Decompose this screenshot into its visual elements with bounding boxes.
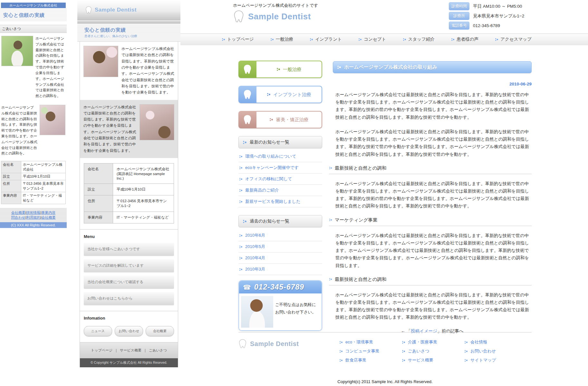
news-link-new-service[interactable]: 新規サービスを開始しました [245, 199, 300, 204]
list-item: サービス概要 [402, 357, 464, 363]
archive-link-2010-04[interactable]: 2010年4月 [245, 255, 265, 261]
article-date: 2010-06-29 [333, 82, 532, 86]
news-link-eco-campaign[interactable]: ecoキャンペーン開催中です [245, 165, 299, 171]
mobile-footer-links-row1: 会社概要|技術情報|事業内容 [3, 210, 63, 215]
previous-article-link[interactable]: 投稿イメージ [411, 329, 437, 333]
main-navigation: トップページ 一般治療 インプラント コンセプト スタッフ紹介 患者様の声 アク… [180, 34, 588, 45]
tablet-company-table: 会社名 ホームページサンプル株式会社 (英語表記 Homepage sample… [84, 163, 174, 223]
company-button[interactable]: 会社概要 [146, 326, 174, 336]
mobile-preview-column: ホームページサンプル株式会社 安心と信頼の実績 ごあいさつ ホームページサンプル… [0, 0, 67, 228]
phone-icon: ☎ [243, 283, 251, 291]
contact-button[interactable]: お問い合わせ [115, 326, 143, 336]
news-button[interactable]: ニュース [84, 326, 112, 336]
company-name-line1: ホームページサンプル株式会社 [117, 167, 170, 172]
table-row: 事業内容 IT・マーケティング・福祉など [84, 212, 174, 223]
article-paragraph: ホームページサンプル株式会社では最新技術と自然との調和を目指します。革新的な技術… [333, 91, 532, 121]
site-copyright: Copyright(c) 2011 Sample Inc. All Rights… [238, 379, 532, 384]
footer-logo-text: Sample Dentist [250, 340, 299, 348]
list-item: 2010年5月 [238, 241, 322, 252]
article-paragraph: ホームページサンプル株式会社では最新技術と自然との調和を目指します。革新的な技術… [333, 180, 532, 210]
site-logo[interactable]: Sample Dentist [232, 10, 311, 23]
table-row: 設立 平成10年1月10日 [84, 184, 174, 195]
footer-link-eco[interactable]: eco・環境事業 [345, 339, 373, 345]
latest-news-list: 環境への取り組みについて ecoキャンペーン開催中です オフィスの移転に関して … [238, 151, 322, 207]
footer-link-sitemap[interactable]: サイトマップ [470, 357, 496, 363]
cosmetic-treatment-button[interactable]: 審美・矯正治療 [238, 111, 322, 128]
nav-item-top[interactable]: トップページ [222, 36, 254, 42]
tablet-information-heading: Infomation [80, 311, 178, 324]
latest-news-header: 最新のお知らせ一覧 [238, 136, 322, 148]
footer-nav-top[interactable]: トップページ [91, 348, 112, 352]
clinic-phone-row: 電話番号 012-345-6789 [449, 22, 524, 30]
tablet-header: Sample Dentist [77, 0, 180, 20]
row-value: IT・マーケティング・福祉など [21, 192, 66, 204]
tablet-button-row: ニュース お問い合わせ 会社概要 [84, 326, 174, 336]
list-item: 介護・医療事業 [402, 339, 464, 345]
archive-link-2010-06[interactable]: 2010年6月 [245, 233, 265, 238]
row-value: 平成10年1月10日 [21, 173, 66, 180]
news-link-office-move[interactable]: オフィスの移転に関して [245, 176, 292, 182]
phone-note-line2: お問い合わせ下さい。 [275, 309, 316, 316]
button-label: 審美・矯正治療 [276, 117, 309, 123]
table-row: 設立 平成10年1月10日 [1, 173, 66, 180]
nav-item-concept[interactable]: コンセプト [358, 36, 386, 42]
news-link-new-product[interactable]: 最新商品のご紹介 [245, 187, 279, 193]
archive-link-2010-05[interactable]: 2010年5月 [245, 244, 265, 250]
link-company-overview-2[interactable]: 会社概要 [42, 215, 56, 219]
tablet-preview-column: Sample Dentist 安心と信頼の実績 患者さんに優しい、痛みの少ない治… [77, 0, 180, 367]
footer-nav-services[interactable]: サービス概要 [120, 348, 141, 352]
footer-link-computer[interactable]: コンピュータ事業 [345, 348, 380, 354]
tablet-greeting-block-2: ホームページサンプル株式会社では最新技術と自然との調和を目指します。革新的な技術… [80, 100, 178, 158]
mobile-greeting-text-1: ホームページサンプル株式会社では最新技術と自然との調和を目指します。革新的な技術… [35, 36, 65, 99]
link-contact[interactable]: 問合わせ [11, 215, 25, 219]
mobile-greeting-block-2: ホームページサンプル株式会社では最新技術と自然との調和を目指します。革新的な技術… [0, 102, 67, 159]
nav-label: トップページ [227, 36, 254, 42]
news-link-environment[interactable]: 環境への取り組みについて [245, 153, 296, 159]
list-item: コンピュータ事業 [339, 348, 402, 354]
link-company-overview[interactable]: 会社概要 [11, 211, 25, 214]
nav-item-staff[interactable]: スタッフ紹介 [403, 36, 435, 42]
menu-item-contact[interactable]: お問い合わせはこちらから [84, 292, 174, 305]
mobile-greeting-block-1: ホームページサンプル株式会社では最新技術と自然との調和を目指します。革新的な技術… [0, 33, 67, 102]
archive-list: 2010年6月 2010年5月 2010年4月 2010年3月 [238, 230, 322, 275]
menu-item-services[interactable]: サービスの詳細を解説しています [84, 259, 174, 272]
nav-item-patient-voice[interactable]: 患者様の声 [451, 36, 478, 42]
footer-link-company-info[interactable]: 会社情報 [470, 339, 487, 345]
nav-item-access-map[interactable]: アクセスマップ [495, 36, 532, 42]
mobile-footer-links-row2: 問合わせ|利用規約|会社概要 [3, 215, 63, 220]
general-treatment-button[interactable]: 一般治療 [238, 61, 322, 78]
footer-link-contact[interactable]: お問い合わせ [470, 348, 496, 354]
tooth-icon [232, 10, 246, 23]
archive-link-2010-03[interactable]: 2010年3月 [245, 266, 265, 272]
link-terms[interactable]: 利用規約 [26, 215, 41, 219]
list-item: eco・環境事業 [339, 339, 402, 345]
article-paragraph: ホームページサンプル株式会社では最新技術と自然との調和を目指します。革新的な技術… [333, 128, 532, 158]
menu-item-company[interactable]: 当社の会社概要について確認する [84, 275, 174, 289]
tablet-page-subtitle: 患者さんに優しい、痛みの少ない治療 [84, 34, 180, 38]
clinic-location-row: 診療所 見本県見本市サンプル1−2 [449, 12, 524, 20]
footer-link-service-overview[interactable]: サービス概要 [408, 357, 433, 363]
implant-treatment-button[interactable]: インプラント治療 [238, 86, 322, 103]
footer-link-restaurant[interactable]: 飲食店事業 [345, 357, 366, 363]
tablet-page-title: 安心と信頼の実績 [84, 27, 180, 33]
footer-link-greeting[interactable]: ごあいさつ [408, 348, 429, 354]
table-row: 住所 〒012-3456 見本県見本市サンプル1−2 [1, 180, 66, 192]
tablet-logo[interactable]: Sample Dentist [95, 7, 137, 13]
row-label: 事業内容 [84, 212, 113, 223]
row-label: 会社名 [84, 163, 113, 184]
mobile-title-band: 安心と信頼の実績 [0, 8, 67, 22]
footer-nav-greeting[interactable]: ごあいさつ [149, 348, 167, 352]
footer-column-1: eco・環境事業 コンピュータ事業 飲食店事業 [339, 339, 402, 366]
list-item: ごあいさつ [402, 348, 464, 354]
menu-item-greeting[interactable]: 当社から皆様へごあいさつです [84, 242, 174, 256]
link-technology-info[interactable]: 技術情報 [26, 211, 41, 214]
mobile-greeting-text-2: ホームページサンプル株式会社では最新技術と自然との調和を目指します。革新的な技術… [1, 105, 37, 156]
link-business-contents[interactable]: 事業内容 [41, 211, 55, 214]
footer-link-columns: eco・環境事業 コンピュータ事業 飲食店事業 介護・医療事業 ごあいさつ サー… [339, 339, 527, 366]
footer-link-care[interactable]: 介護・医療事業 [408, 339, 437, 345]
nav-item-implant[interactable]: インプラント [310, 36, 342, 42]
nav-item-general-treatment[interactable]: 一般治療 [270, 36, 293, 42]
list-item: 環境への取り組みについて [238, 151, 322, 162]
section-heading: 最新技術と自然との調和 [329, 276, 532, 285]
footer-logo[interactable]: Sample Dentist [237, 339, 299, 349]
